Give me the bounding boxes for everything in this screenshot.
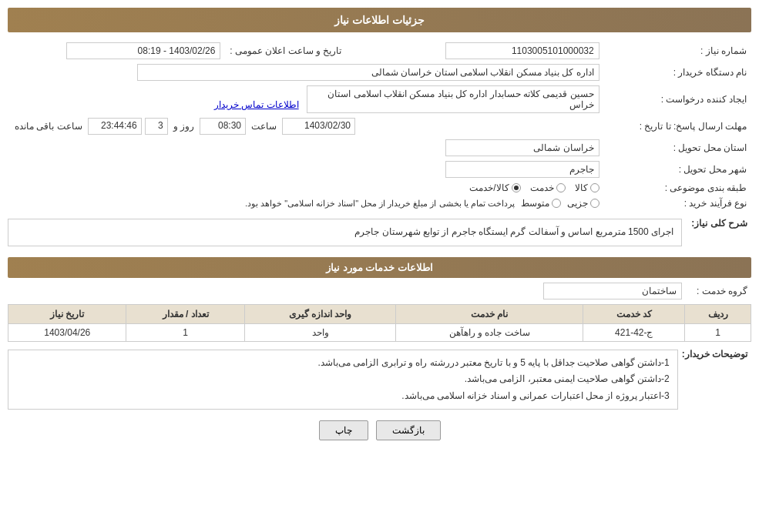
tarikh-label: تاریخ و ساعت اعلان عمومی : bbox=[225, 40, 386, 62]
tarikh-date: 1403/02/30 bbox=[282, 118, 355, 135]
radio-kala-circle bbox=[590, 183, 599, 192]
radio-kala-khedmat-circle bbox=[512, 183, 521, 192]
col-nam: نام خدمت bbox=[396, 304, 583, 323]
radio-kala-khedmat: کالا/خدمت bbox=[469, 182, 520, 193]
ostan-value: خراسان شمالی bbox=[445, 139, 599, 156]
radio-khedmat: خدمت bbox=[530, 182, 566, 193]
shahr-value: جاجرم bbox=[445, 161, 599, 178]
tarikh-saat: 08:30 bbox=[200, 118, 246, 135]
cell-kod: ج-42-421 bbox=[583, 323, 685, 341]
radio-jozi: جزیی bbox=[567, 198, 599, 209]
tosifat-line: 2-داشتن گواهی صلاحیت ایمنی معتبر، الزامی… bbox=[16, 371, 670, 388]
tabaqeh-label: طبقه بندی موضوعی : bbox=[604, 180, 751, 196]
buttons-row: بازگشت چاپ bbox=[8, 420, 751, 448]
cell-radif: 1 bbox=[685, 323, 751, 341]
farayand-desc: پرداخت تمام یا بخشی از مبلغ خریدار از مح… bbox=[245, 199, 515, 209]
tosifat-value: 1-داشتن گواهی صلاحیت جداقل با پایه 5 و ب… bbox=[8, 350, 678, 410]
ijad-value: حسین قدیمی کلاته حسابدار اداره کل بنیاد … bbox=[307, 85, 599, 113]
col-tarikh: تاریخ نیاز bbox=[8, 304, 126, 323]
radio-jozi-label: جزیی bbox=[567, 198, 588, 209]
chap-button[interactable]: چاپ bbox=[319, 420, 368, 440]
ostan-label: استان محل تحویل : bbox=[604, 137, 751, 159]
table-row: 1 ج-42-421 ساخت جاده و راهآهن واحد 1 140… bbox=[8, 323, 751, 341]
tosifat-label: توضیحات خریدار: bbox=[678, 346, 751, 362]
sharh-value: اجرای 1500 مترمربع اساس و آسفالت گرم ایس… bbox=[8, 219, 682, 246]
radio-kala-khedmat-label: کالا/خدمت bbox=[469, 182, 509, 193]
tosifat-line: 3-اعتبار پروژه از محل اعتبارات عمرانی و … bbox=[16, 388, 670, 405]
col-tedad: تعداد / مقدار bbox=[126, 304, 244, 323]
cell-nam: ساخت جاده و راهآهن bbox=[396, 323, 583, 341]
noe-farayand-label: نوع فرآیند خرید : bbox=[604, 196, 751, 211]
radio-motavaset-label: متوسط bbox=[521, 198, 549, 209]
shomareNiaz-value: 1103005101000032 bbox=[445, 42, 599, 59]
radio-motavaset-circle bbox=[552, 199, 561, 208]
mohlat-label: مهلت ارسال پاسخ: تا تاریخ : bbox=[604, 115, 751, 137]
namDastgah-value: اداره کل بنیاد مسکن انقلاب اسلامی استان … bbox=[137, 64, 599, 81]
services-section-title: اطلاعات خدمات مورد نیاز bbox=[8, 257, 751, 278]
cell-tedad: 1 bbox=[126, 323, 244, 341]
shahr-label: شهر محل تحویل : bbox=[604, 159, 751, 180]
radio-khedmat-circle bbox=[556, 183, 566, 192]
bazgasht-button[interactable]: بازگشت bbox=[376, 420, 441, 440]
shomareNiaz-label: شماره نیاز : bbox=[604, 40, 751, 62]
radio-kala-label: کالا bbox=[575, 182, 588, 193]
tosifat-line: 1-داشتن گواهی صلاحیت جداقل با پایه 5 و ب… bbox=[16, 355, 670, 372]
col-radif: ردیف bbox=[685, 304, 751, 323]
cell-tarikh: 1403/04/26 bbox=[8, 323, 126, 341]
grooh-value: ساختمان bbox=[543, 283, 682, 299]
tarikh-maandeh: 23:44:46 bbox=[88, 118, 142, 135]
tarikh-rooz: 3 bbox=[145, 118, 168, 135]
col-kod: کد خدمت bbox=[583, 304, 685, 323]
col-vahed: واحد اندازه گیری bbox=[244, 304, 395, 323]
grooh-label: گروه خدمت : bbox=[682, 283, 751, 299]
radio-jozi-circle bbox=[590, 199, 599, 208]
ijad-link[interactable]: اطلاعات تماس خریدار bbox=[214, 99, 299, 110]
cell-vahed: واحد bbox=[244, 323, 395, 341]
radio-khedmat-label: خدمت bbox=[530, 182, 554, 193]
ijad-label: ایجاد کننده درخواست : bbox=[604, 83, 751, 115]
sharh-label: شرح کلی نیاز: bbox=[682, 216, 751, 231]
namDastgah-label: نام دستگاه خریدار : bbox=[604, 62, 751, 83]
radio-kala: کالا bbox=[575, 182, 599, 193]
tarikh-value: 1403/02/26 - 08:19 bbox=[66, 42, 220, 59]
page-title: جزئیات اطلاعات نیاز bbox=[8, 8, 751, 32]
radio-motavaset: متوسط bbox=[521, 198, 561, 209]
